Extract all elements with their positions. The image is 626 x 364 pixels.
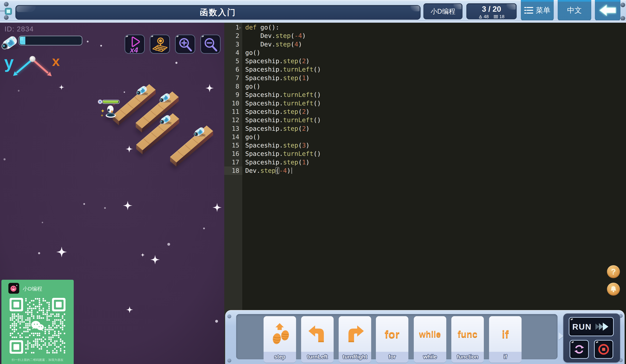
line-number: 7 [224, 74, 242, 82]
code-line[interactable]: go() [243, 133, 626, 141]
notification-button[interactable] [607, 283, 620, 296]
star-dot [167, 243, 170, 246]
code-line[interactable]: Spaceship.turnLeft() [243, 116, 626, 124]
menu-label: 菜单 [536, 5, 550, 15]
star-dot [18, 90, 20, 92]
code-line[interactable]: Spaceship.turnLeft() [243, 99, 626, 107]
zoom-in-icon [176, 35, 195, 53]
line-number: 3 [224, 40, 242, 49]
code-line[interactable]: Spaceship.step(1) [243, 158, 626, 166]
menu-button[interactable]: 菜单 [521, 0, 554, 21]
back-arrow-icon [599, 4, 617, 17]
qr-card: 小D编程 扫一扫上面的二维码图案，加我为朋友 [1, 280, 74, 364]
reload-button[interactable] [570, 340, 589, 359]
line-number: 17 [224, 158, 242, 166]
level-title: 函数入门 [15, 5, 421, 20]
code-line[interactable]: Spaceship.turnLeft() [243, 150, 626, 158]
language-button[interactable]: 中文 [558, 0, 591, 21]
star-dot [215, 320, 218, 323]
plug-icon [5, 8, 11, 14]
svg-text:x4: x4 [130, 46, 138, 53]
block-while[interactable]: while while [414, 316, 446, 363]
zoom-out-button[interactable] [200, 34, 221, 54]
star-dot [175, 62, 177, 64]
while-keyword-icon: while [414, 316, 446, 352]
app-icon [8, 283, 19, 294]
block-label: turnLeft [301, 352, 334, 363]
code-line[interactable]: Dev.step(-4) [243, 32, 626, 40]
block-if[interactable]: if if [489, 316, 522, 363]
star-dot [3, 158, 5, 160]
code-line[interactable]: go() [243, 82, 626, 91]
star-dot [38, 252, 40, 254]
code-lines: def go(): Dev.step(-4) Dev.step(4)go()Sp… [243, 23, 626, 175]
code-line[interactable]: Spaceship.step(2) [243, 107, 626, 116]
block-for[interactable]: for for [376, 316, 408, 363]
language-label: 中文 [567, 5, 582, 15]
line-number: 5 [224, 57, 242, 65]
code-line[interactable]: go() [243, 49, 626, 57]
top-bar-edge [0, 20, 626, 23]
level-stats: 48 18 [466, 14, 517, 19]
line-number: 9 [224, 91, 242, 99]
stat-lines: 18 [499, 14, 505, 19]
code-line[interactable]: Spaceship.step(2) [243, 57, 626, 65]
star-dot [124, 92, 125, 93]
run-panel: RUN [563, 313, 620, 363]
qr-brand-label: 小D编程 [23, 285, 42, 293]
bell-icon [610, 285, 617, 293]
star-dot [203, 228, 205, 229]
map-button[interactable] [150, 34, 170, 54]
code-line[interactable]: Spaceship.turnLeft() [243, 65, 626, 74]
while-keyword-text: while [419, 329, 441, 339]
zoom-out-icon [201, 35, 220, 53]
screw-icon [4, 2, 8, 6]
code-line[interactable]: Dev.step(-4) [243, 166, 626, 175]
health-bar [98, 100, 119, 104]
block-label: while [414, 352, 446, 363]
line-number: 6 [224, 65, 242, 74]
code-line[interactable]: Spaceship.step(3) [243, 141, 626, 150]
zoom-in-button[interactable] [175, 34, 195, 54]
palette-next-icon[interactable] [559, 332, 563, 340]
block-turnRight[interactable]: turnRight [339, 316, 371, 363]
code-line[interactable]: Spaceship.step(1) [243, 74, 626, 82]
code-line[interactable]: Spaceship.step(2) [243, 124, 626, 133]
step-icon [264, 316, 296, 352]
line-number: 15 [224, 141, 242, 150]
block-step[interactable]: step [264, 316, 296, 363]
back-button[interactable] [595, 0, 621, 21]
lines-count-icon [494, 15, 498, 19]
star-dot [100, 45, 102, 47]
fast-forward-icon [595, 322, 610, 331]
brand-button[interactable]: 小D编程 [423, 3, 463, 19]
line-numbers: 123456789101112131415161718 [224, 23, 242, 175]
block-label: turnRight [339, 352, 371, 363]
screw-icon [621, 16, 625, 21]
fold-arrow-icon[interactable] [239, 27, 241, 29]
axis-x-label: x [52, 53, 60, 69]
brand-label: 小D编程 [430, 8, 455, 15]
star-dot [87, 41, 88, 42]
code-line[interactable]: Spaceship.turnLeft() [243, 91, 626, 99]
line-number: 14 [224, 133, 242, 141]
code-line[interactable]: Dev.step(4) [243, 40, 626, 49]
line-number: 18 [224, 166, 242, 175]
code-line[interactable]: def go(): [243, 23, 626, 32]
stop-icon [597, 343, 610, 356]
line-number: 2 [224, 32, 242, 40]
line-number: 4 [224, 49, 242, 57]
block-label: function [451, 352, 484, 363]
if-keyword-text: if [502, 328, 509, 340]
level-progress-box[interactable]: 3 / 20 48 18 [466, 3, 517, 19]
run-button[interactable]: RUN [569, 317, 614, 336]
block-function[interactable]: func function [451, 316, 484, 363]
block-label: for [376, 352, 408, 363]
speed-button[interactable]: x4 [124, 34, 145, 54]
stop-button[interactable] [594, 340, 613, 359]
help-button[interactable]: ? [607, 265, 620, 278]
star-dot [83, 203, 85, 205]
block-turnLeft[interactable]: turnLeft [301, 316, 334, 363]
reload-icon [573, 343, 585, 356]
block-toolbar: step turnLeft turnRight [225, 310, 625, 364]
